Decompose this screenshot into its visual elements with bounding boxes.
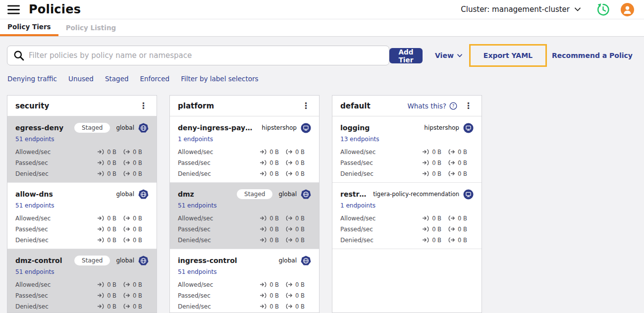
filter-by-label-selectors[interactable]: Filter by label selectors xyxy=(181,75,258,83)
policy-name[interactable]: egress-deny xyxy=(15,124,63,132)
egress-metric: 0 B xyxy=(123,281,149,288)
filter-staged[interactable]: Staged xyxy=(105,75,129,83)
egress-metric: 0 B xyxy=(285,226,311,233)
policy-name[interactable]: allow-dns xyxy=(15,190,53,198)
view-button[interactable]: View xyxy=(435,52,462,59)
ingress-icon xyxy=(97,149,105,155)
endpoints-link[interactable]: 51 endpoints xyxy=(178,202,311,211)
policy-name[interactable]: logging xyxy=(340,124,370,132)
endpoints-link[interactable]: 1 endpoints xyxy=(340,202,474,211)
filter-enforced[interactable]: Enforced xyxy=(140,75,170,83)
globe-icon xyxy=(138,256,149,266)
metric-label: Allowed/sec xyxy=(178,281,260,288)
ingress-metric: 0 B xyxy=(260,226,279,233)
policy-card[interactable]: restricted tigera-policy-recommendation … xyxy=(332,183,482,249)
metric-label: Allowed/sec xyxy=(178,149,260,156)
policy-name[interactable]: restricted xyxy=(340,190,367,198)
add-tier-button[interactable]: Add Tier xyxy=(389,48,423,63)
ingress-value: 0 B xyxy=(269,159,279,166)
endpoints-link[interactable]: 13 endpoints xyxy=(340,136,474,145)
policy-card[interactable]: allow-dns global 51 endpoints Allowed/se… xyxy=(7,183,157,249)
metric-row: Passed/sec 0 B 0 B xyxy=(15,225,149,233)
egress-metric: 0 B xyxy=(123,170,149,177)
metric-label: Denied/sec xyxy=(15,170,97,177)
ingress-metric: 0 B xyxy=(97,237,116,244)
endpoints-link[interactable]: 1 endpoints xyxy=(178,136,311,145)
ingress-value: 0 B xyxy=(432,159,441,166)
metric-label: Denied/sec xyxy=(340,237,422,244)
history-icon[interactable] xyxy=(596,3,610,16)
ingress-value: 0 B xyxy=(432,215,441,222)
recommend-policy-button[interactable]: Recommend a Policy xyxy=(552,52,633,59)
ingress-icon xyxy=(260,293,267,298)
filter-denying-traffic[interactable]: Denying traffic xyxy=(7,75,57,83)
policy-card[interactable]: dmz-control Staged global 51 endpoints A… xyxy=(7,249,157,313)
policy-name[interactable]: dmz-control xyxy=(15,257,62,264)
egress-value: 0 B xyxy=(133,237,142,244)
egress-value: 0 B xyxy=(133,215,142,222)
policy-name[interactable]: dmz xyxy=(178,190,194,198)
metric-row: Passed/sec 0 B 0 B xyxy=(340,158,474,167)
egress-icon xyxy=(123,304,130,309)
staged-badge: Staged xyxy=(74,256,110,265)
egress-icon xyxy=(123,237,130,243)
ingress-value: 0 B xyxy=(107,149,116,156)
filter-unused[interactable]: Unused xyxy=(68,75,94,83)
namespace-icon xyxy=(463,123,474,133)
tab-policy-tiers[interactable]: Policy Tiers xyxy=(0,19,58,36)
metric-row: Allowed/sec 0 B 0 B xyxy=(15,214,149,222)
cluster-selector[interactable]: Cluster: management-cluster xyxy=(461,5,581,14)
ingress-value: 0 B xyxy=(432,226,441,233)
egress-metric: 0 B xyxy=(123,237,149,244)
metric-row: Denied/sec 0 B 0 B xyxy=(340,236,474,244)
ingress-icon xyxy=(422,160,429,165)
metric-row: Allowed/sec 0 B 0 B xyxy=(178,280,311,289)
endpoints-link[interactable]: 51 endpoints xyxy=(178,268,311,278)
hamburger-menu-icon[interactable] xyxy=(7,4,20,14)
egress-value: 0 B xyxy=(458,149,467,156)
egress-metric: 0 B xyxy=(285,303,311,310)
policy-scope: global xyxy=(278,191,297,198)
egress-metric: 0 B xyxy=(448,215,474,222)
globe-icon xyxy=(138,123,149,133)
ingress-value: 0 B xyxy=(269,226,279,233)
endpoints-link[interactable]: 51 endpoints xyxy=(15,268,149,278)
policy-card[interactable]: ingress-control global 51 endpoints Allo… xyxy=(170,249,319,313)
egress-value: 0 B xyxy=(458,170,467,177)
endpoints-link[interactable]: 51 endpoints xyxy=(15,136,149,145)
policy-card[interactable]: logging hipstershop 13 endpoints Allowed… xyxy=(332,116,482,183)
policy-card[interactable]: deny-ingress-paymentservice hipstershop … xyxy=(170,116,319,183)
policy-card[interactable]: dmz Staged global 51 endpoints Allowed/s… xyxy=(170,183,319,249)
search-box[interactable] xyxy=(7,46,389,65)
user-avatar[interactable] xyxy=(621,3,634,16)
egress-icon xyxy=(285,149,293,155)
staged-badge: Staged xyxy=(237,189,272,199)
policy-card[interactable]: egress-deny Staged global 51 endpoints A… xyxy=(7,116,157,183)
export-yaml-button[interactable]: Export YAML xyxy=(483,52,533,59)
namespace-icon xyxy=(463,189,474,200)
filter-links: Denying traffic Unused Staged Enforced F… xyxy=(7,75,259,83)
metric-row: Allowed/sec 0 B 0 B xyxy=(340,148,474,156)
search-input[interactable] xyxy=(29,51,383,60)
metric-row: Allowed/sec 0 B 0 B xyxy=(178,148,311,156)
policy-name[interactable]: deny-ingress-paymentservice xyxy=(178,124,256,132)
egress-icon xyxy=(285,237,293,243)
whats-this-link[interactable]: Whats this? ? xyxy=(407,102,457,110)
kebab-menu-icon[interactable]: ⋮ xyxy=(138,101,149,111)
endpoints-link[interactable]: 51 endpoints xyxy=(15,202,149,211)
ingress-metric: 0 B xyxy=(422,226,441,233)
egress-value: 0 B xyxy=(133,292,142,299)
tab-policy-listing[interactable]: Policy Listing xyxy=(58,19,124,36)
ingress-metric: 0 B xyxy=(97,149,116,156)
egress-icon xyxy=(285,215,293,221)
ingress-value: 0 B xyxy=(107,159,116,166)
chevron-down-icon xyxy=(575,7,581,11)
help-circle-icon: ? xyxy=(449,102,457,110)
kebab-menu-icon[interactable]: ⋮ xyxy=(463,101,474,111)
ingress-value: 0 B xyxy=(107,292,116,299)
ingress-metric: 0 B xyxy=(422,170,441,177)
egress-value: 0 B xyxy=(295,215,305,222)
policy-name[interactable]: ingress-control xyxy=(178,257,237,264)
ingress-value: 0 B xyxy=(269,237,279,244)
kebab-menu-icon[interactable]: ⋮ xyxy=(301,101,311,111)
